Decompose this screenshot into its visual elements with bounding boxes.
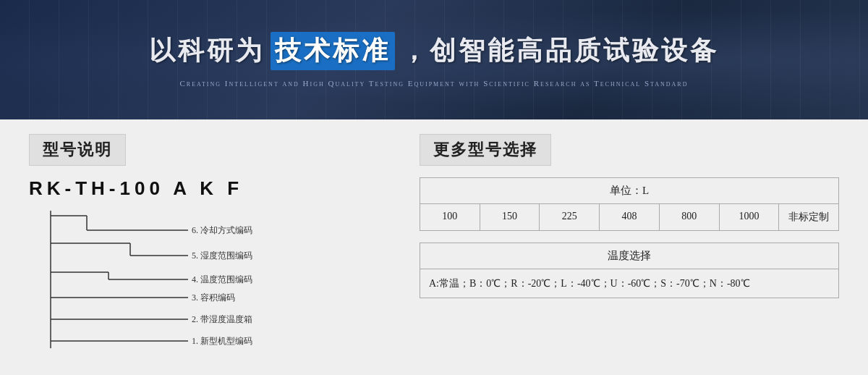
right-section-title: 更多型号选择 — [433, 140, 537, 159]
vol-custom: 非标定制 — [779, 204, 838, 230]
vol-1000: 1000 — [720, 204, 780, 230]
model-code: RK-TH-100 A K F — [29, 177, 376, 200]
left-section-header: 型号说明 — [29, 134, 126, 166]
vol-800: 800 — [660, 204, 720, 230]
hero-title-highlight: 技术标准 — [271, 32, 395, 70]
svg-text:4. 温度范围编码: 4. 温度范围编码 — [192, 274, 252, 285]
temp-table: 温度选择 A:常温；B：0℃；R：-20℃；L：-40℃；U：-60℃；S：-7… — [420, 243, 839, 298]
temp-table-values: A:常温；B：0℃；R：-20℃；L：-40℃；U：-60℃；S：-70℃；N：… — [420, 269, 838, 298]
svg-text:1. 新型机型编码: 1. 新型机型编码 — [192, 336, 252, 346]
volume-table: 单位：L 100 150 225 408 800 1000 非标定制 — [420, 177, 839, 231]
content-area: 型号说明 RK-TH-100 A K F 6. 冷却方式编码 5. 湿度范围编码 — [0, 119, 868, 375]
hero-title: 以科研为 技术标准 ，创智能高品质试验设备 — [149, 32, 719, 70]
left-section: 型号说明 RK-TH-100 A K F 6. 冷却方式编码 5. 湿度范围编码 — [29, 134, 376, 363]
right-section-header: 更多型号选择 — [420, 134, 551, 166]
left-section-title: 型号说明 — [43, 140, 112, 159]
hero-title-suffix: ，创智能高品质试验设备 — [401, 33, 719, 69]
volume-table-header-row: 单位：L — [420, 178, 838, 204]
hero-subtitle: Creating Intelligent and High Quality Te… — [180, 79, 689, 88]
unit-label: 单位：L — [420, 178, 838, 203]
vol-100: 100 — [420, 204, 480, 230]
hero-banner: 以科研为 技术标准 ，创智能高品质试验设备 Creating Intellige… — [0, 0, 868, 119]
diagram-svg: 6. 冷却方式编码 5. 湿度范围编码 4. 温度范围编码 3. 容积编码 2.… — [29, 207, 362, 363]
vol-408: 408 — [600, 204, 660, 230]
svg-text:2. 带湿度温度箱: 2. 带湿度温度箱 — [192, 314, 252, 324]
svg-text:6. 冷却方式编码: 6. 冷却方式编码 — [192, 225, 252, 235]
svg-text:5. 湿度范围编码: 5. 湿度范围编码 — [192, 250, 252, 261]
svg-text:3. 容积编码: 3. 容积编码 — [192, 292, 235, 303]
volume-table-data-row: 100 150 225 408 800 1000 非标定制 — [420, 204, 838, 230]
hero-title-prefix: 以科研为 — [149, 33, 265, 69]
right-section: 更多型号选择 单位：L 100 150 225 408 800 1000 非标定… — [420, 134, 839, 363]
model-diagram: 6. 冷却方式编码 5. 湿度范围编码 4. 温度范围编码 3. 容积编码 2.… — [29, 207, 362, 363]
vol-225: 225 — [540, 204, 600, 230]
temp-table-header: 温度选择 — [420, 243, 838, 269]
vol-150: 150 — [480, 204, 540, 230]
